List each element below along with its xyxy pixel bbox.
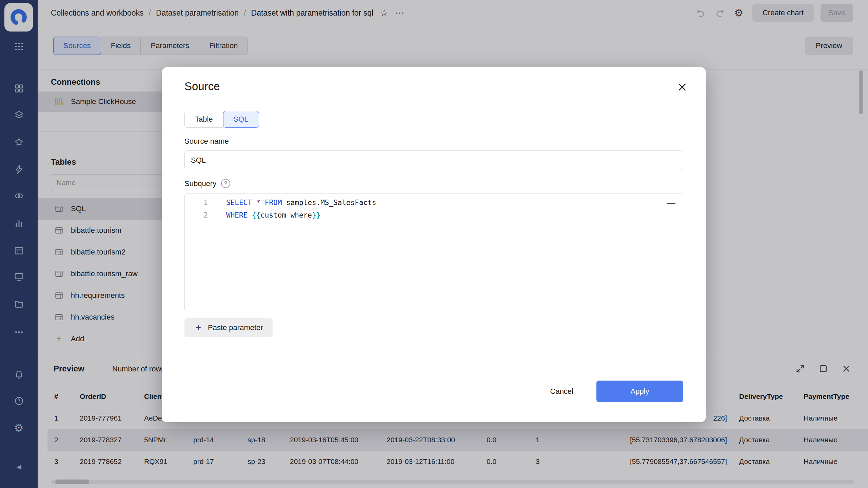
subquery-label: Subquery (184, 179, 216, 188)
modal-title: Source (184, 80, 220, 93)
paste-parameter-label: Paste parameter (208, 323, 263, 332)
source-name-input[interactable] (184, 150, 683, 170)
modal-footer: Cancel Apply (539, 381, 683, 402)
source-name-label: Source name (184, 137, 229, 146)
code-line: 2WHERE {{custom_where}} (185, 209, 683, 221)
line-number: 1 (185, 199, 208, 207)
fold-indicator[interactable] (667, 203, 675, 204)
line-number: 2 (185, 211, 208, 219)
source-modal: Source Table SQL Source name Subquery ? … (162, 67, 706, 422)
subquery-label-row: Subquery ? (184, 179, 230, 188)
apply-button[interactable]: Apply (596, 381, 683, 402)
type-tab-table[interactable]: Table (184, 111, 223, 128)
source-type-tabs: Table SQL (184, 111, 259, 128)
paste-parameter-button[interactable]: + Paste parameter (184, 318, 273, 337)
type-tab-sql[interactable]: SQL (223, 111, 259, 128)
subquery-help-icon[interactable]: ? (221, 179, 230, 188)
code-text: WHERE {{custom_where}} (226, 211, 320, 219)
sql-editor[interactable]: 1SELECT * FROM samples.MS_SalesFacts2WHE… (184, 194, 683, 311)
plus-icon: + (194, 323, 203, 332)
cancel-button[interactable]: Cancel (539, 381, 585, 402)
code-text: SELECT * FROM samples.MS_SalesFacts (226, 199, 376, 207)
sql-editor-lines: 1SELECT * FROM samples.MS_SalesFacts2WHE… (185, 196, 683, 221)
close-icon[interactable] (674, 79, 690, 95)
code-line: 1SELECT * FROM samples.MS_SalesFacts (185, 196, 683, 209)
